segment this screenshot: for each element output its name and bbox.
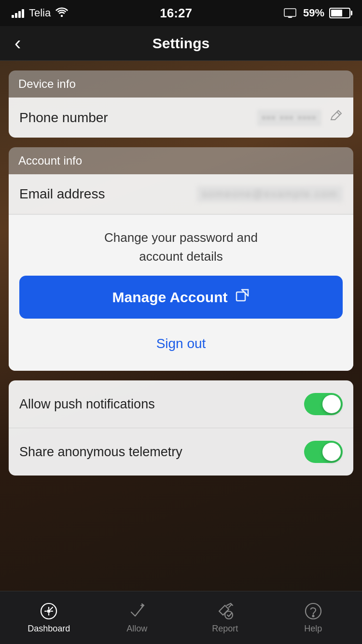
status-time: 16:27 bbox=[160, 6, 192, 21]
email-row: Email address someone@example.com bbox=[9, 174, 353, 214]
tab-report[interactable]: Report bbox=[181, 597, 269, 639]
account-info-header-text: Account info bbox=[18, 154, 82, 167]
phone-number-row: Phone number ••• ••• •••• bbox=[9, 98, 353, 138]
device-info-header-text: Device info bbox=[18, 77, 76, 90]
battery-percent-label: 59% bbox=[303, 7, 324, 19]
tab-bar: Dashboard Allow Report bbox=[0, 591, 362, 644]
status-left: Telia bbox=[12, 6, 68, 20]
edit-phone-icon[interactable] bbox=[329, 109, 343, 126]
page-title: Settings bbox=[153, 35, 209, 52]
tab-dashboard-label: Dashboard bbox=[28, 624, 70, 634]
signal-bar-1 bbox=[12, 15, 14, 18]
device-info-header: Device info bbox=[9, 70, 353, 98]
wifi-icon bbox=[56, 6, 68, 20]
svg-point-7 bbox=[312, 616, 314, 617]
signal-bar-3 bbox=[18, 11, 21, 18]
email-value: someone@example.com bbox=[197, 186, 343, 202]
dashboard-icon bbox=[39, 602, 58, 621]
telemetry-toggle[interactable] bbox=[304, 441, 343, 463]
push-notifications-toggle[interactable] bbox=[304, 393, 343, 415]
change-password-section: Change your password andaccount details … bbox=[9, 214, 353, 371]
status-bar: Telia 16:27 59% bbox=[0, 0, 362, 26]
account-info-body: Email address someone@example.com Change… bbox=[9, 174, 353, 371]
phone-number-right: ••• ••• •••• bbox=[257, 109, 343, 126]
push-notifications-label: Allow push notifications bbox=[19, 397, 155, 412]
tab-report-label: Report bbox=[212, 624, 238, 634]
svg-point-0 bbox=[61, 15, 63, 17]
allow-icon bbox=[127, 602, 147, 621]
svg-point-5 bbox=[225, 611, 233, 619]
nav-bar: ‹ Settings bbox=[0, 26, 362, 61]
device-info-body: Phone number ••• ••• •••• bbox=[9, 98, 353, 138]
external-link-icon bbox=[235, 288, 250, 306]
email-label: Email address bbox=[19, 186, 105, 202]
tab-allow-label: Allow bbox=[126, 624, 147, 634]
svg-rect-1 bbox=[284, 9, 296, 16]
signal-bars bbox=[12, 8, 24, 18]
toggle-knob-telemetry bbox=[322, 443, 341, 461]
phone-number-value: ••• ••• •••• bbox=[257, 110, 321, 126]
account-info-section: Account info Email address someone@examp… bbox=[9, 147, 353, 371]
phone-number-label: Phone number bbox=[19, 110, 108, 126]
signal-bar-2 bbox=[15, 13, 17, 18]
tab-dashboard[interactable]: Dashboard bbox=[5, 597, 93, 639]
svg-point-4 bbox=[48, 610, 50, 613]
tab-allow[interactable]: Allow bbox=[93, 597, 181, 639]
sign-out-button[interactable]: Sign out bbox=[19, 328, 343, 359]
toggles-section: Allow push notifications Share anonymous… bbox=[9, 380, 353, 476]
manage-account-label: Manage Account bbox=[112, 289, 228, 306]
push-notifications-row: Allow push notifications bbox=[9, 380, 353, 428]
help-icon bbox=[304, 602, 323, 621]
tab-help[interactable]: Help bbox=[269, 597, 358, 639]
tab-help-label: Help bbox=[304, 624, 322, 634]
report-icon bbox=[215, 602, 235, 621]
telemetry-row: Share anonymous telemetry bbox=[9, 428, 353, 476]
status-right: 59% bbox=[284, 7, 350, 19]
account-info-header: Account info bbox=[9, 147, 353, 174]
manage-account-button[interactable]: Manage Account bbox=[19, 276, 343, 319]
back-button[interactable]: ‹ bbox=[10, 28, 26, 59]
telemetry-label: Share anonymous telemetry bbox=[19, 445, 182, 460]
device-info-section: Device info Phone number ••• ••• •••• bbox=[9, 70, 353, 138]
battery-fill bbox=[331, 10, 342, 16]
carrier-label: Telia bbox=[29, 7, 51, 19]
change-password-text: Change your password andaccount details bbox=[19, 228, 343, 266]
screen-mirror-icon bbox=[284, 8, 298, 18]
svg-rect-2 bbox=[237, 292, 245, 301]
battery-icon bbox=[329, 8, 350, 18]
signal-bar-4 bbox=[22, 9, 24, 18]
toggle-knob-push bbox=[322, 395, 341, 413]
main-content: Device info Phone number ••• ••• •••• bbox=[0, 61, 362, 591]
